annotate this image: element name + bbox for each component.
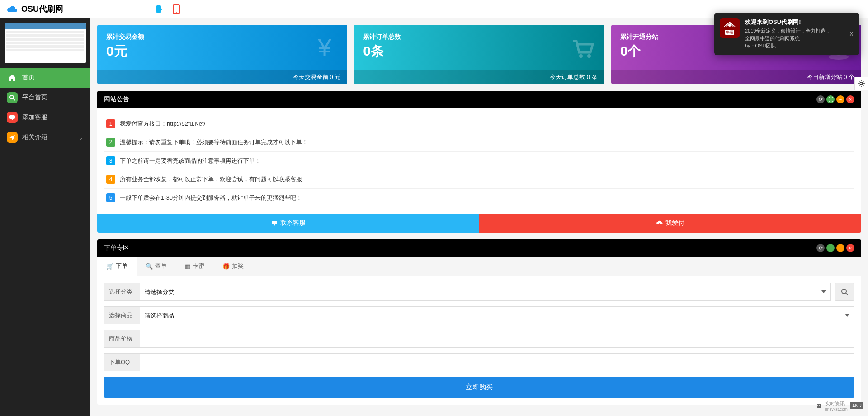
stat-value: 0元 [106, 42, 338, 61]
panel-header: 下单专区 ⟳ ⛶ − × [97, 239, 861, 257]
svg-point-14 [860, 82, 863, 85]
cloud-download-icon [656, 220, 663, 226]
svg-point-1 [176, 12, 177, 13]
qq-input[interactable] [140, 353, 854, 371]
close-icon[interactable]: × [846, 95, 854, 103]
notice-item: 5 一般下单后会在1-30分钟内提交到服务器，就让单子来的更猛烈些吧！ [104, 189, 854, 207]
chevron-down-icon: ⌄ [78, 134, 84, 141]
yen-icon: ¥ [311, 34, 338, 61]
svg-point-7 [587, 54, 591, 58]
pay-button[interactable]: 我爱付 [479, 214, 861, 233]
order-panel: 下单专区 ⟳ ⛶ − × 🛒 下单 🔍 查单 ▦ 卡密 🎁 [97, 239, 861, 405]
svg-point-16 [817, 405, 818, 406]
phone-icon[interactable] [173, 4, 180, 14]
toast-logo-text: 牛逼 [725, 30, 734, 35]
search-icon [841, 288, 848, 295]
app-title: OSU代刷网 [21, 4, 63, 14]
product-label: 选择商品 [104, 306, 140, 324]
nav-label: 首页 [22, 74, 35, 82]
watermark-url: nr.syxst.com [825, 407, 848, 411]
settings-gear-button[interactable] [854, 77, 868, 90]
refresh-icon[interactable]: ⟳ [816, 95, 825, 103]
expand-icon[interactable]: ⛶ [826, 244, 835, 252]
svg-rect-4 [9, 115, 15, 119]
qq-label: 下单QQ [104, 353, 140, 371]
notice-badge: 2 [106, 138, 115, 147]
tab-card[interactable]: ▦ 卡密 [176, 257, 213, 276]
robot-icon [815, 402, 822, 410]
minimize-icon[interactable]: − [836, 95, 844, 103]
tab-order[interactable]: 🛒 下单 [97, 257, 137, 276]
stat-value: 0条 [363, 42, 595, 61]
toast-title: 欢迎来到OSU代刷网! [745, 18, 841, 26]
welcome-toast: 牛逼 欢迎来到OSU代刷网! 2019全新定义，倾情设计，全力打造， 全网最牛逼… [714, 13, 859, 55]
notice-text: 所有业务全部恢复，都可以正常下单，欢迎尝试，有问题可以联系客服 [120, 175, 302, 183]
nav-home[interactable]: 首页 [0, 68, 90, 88]
logo: OSU代刷网 [7, 4, 63, 14]
notice-panel: 网站公告 ⟳ ⛶ − × 1 我爱付官方接口：http://52fu.Net/ … [97, 91, 861, 233]
header-icons [154, 4, 180, 14]
svg-rect-15 [817, 404, 821, 408]
sidebar: 首页 平台首页 添加客服 相关介绍 ⌄ [0, 18, 90, 416]
svg-point-6 [579, 54, 583, 58]
nav-label: 相关介绍 [22, 133, 47, 141]
category-select[interactable]: 请选择分类 [140, 283, 831, 301]
button-label: 联系客服 [280, 219, 306, 227]
category-label: 选择分类 [104, 283, 140, 301]
notice-text: 一般下单后会在1-30分钟内提交到服务器，就让单子来的更猛烈些吧！ [120, 194, 302, 202]
stat-footer: 今日新增分站 0 个 [611, 70, 861, 84]
notice-text: 我爱付官方接口：http://52fu.Net/ [120, 120, 205, 128]
nav-platform[interactable]: 平台首页 [0, 88, 90, 108]
minimize-icon[interactable]: − [836, 244, 844, 252]
notice-badge: 4 [106, 175, 115, 184]
grid-icon: ▦ [185, 263, 190, 270]
nav-service[interactable]: 添加客服 [0, 108, 90, 127]
cart-icon: 🛒 [106, 263, 113, 270]
notice-text: 下单之前请一定要看完该商品的注意事项再进行下单！ [120, 157, 261, 165]
stat-card-orders: 累计订单总数 0条 今天订单总数 0 条 [354, 25, 604, 84]
price-input[interactable] [140, 330, 854, 348]
product-select[interactable]: 请选择商品 [140, 306, 854, 324]
svg-point-11 [842, 289, 846, 294]
gift-icon: 🎁 [222, 263, 230, 270]
svg-line-12 [846, 293, 848, 295]
tab-label: 下单 [116, 262, 127, 270]
svg-point-2 [10, 95, 14, 99]
notice-badge: 5 [106, 193, 115, 202]
cart-icon [568, 34, 595, 61]
contact-service-button[interactable]: 联系客服 [97, 214, 479, 233]
notice-item: 4 所有业务全部恢复，都可以正常下单，欢迎尝试，有问题可以联系客服 [104, 170, 854, 189]
search-icon: 🔍 [146, 263, 153, 270]
toast-close-button[interactable]: X [849, 30, 854, 37]
tab-label: 卡密 [193, 262, 204, 270]
nav-about[interactable]: 相关介绍 ⌄ [0, 127, 90, 147]
panel-title: 网站公告 [104, 95, 129, 103]
price-label: 商品价格 [104, 330, 140, 348]
watermark: 实时资讯 nr.syxst.com ANR [815, 400, 863, 411]
svg-point-13 [728, 24, 731, 27]
chat-icon [7, 112, 18, 123]
buy-button[interactable]: 立即购买 [104, 377, 854, 398]
tab-label: 查单 [155, 262, 167, 270]
close-icon[interactable]: × [846, 244, 854, 252]
sidebar-thumbnail[interactable] [5, 23, 86, 63]
stat-footer: 今天交易金额 0 元 [97, 70, 347, 84]
tab-check[interactable]: 🔍 查单 [137, 257, 176, 276]
stat-card-transactions: 累计交易金额 0元 ¥ 今天交易金额 0 元 [97, 25, 347, 84]
toast-line: by：OSU团队 [745, 42, 841, 50]
expand-icon[interactable]: ⛶ [826, 95, 835, 103]
notice-badge: 3 [106, 156, 115, 165]
gear-icon [857, 79, 865, 88]
watermark-badge: ANR [850, 402, 863, 409]
search-icon [7, 92, 18, 103]
stat-footer: 今天订单总数 0 条 [354, 70, 604, 84]
tab-lottery[interactable]: 🎁 抽奖 [213, 257, 253, 276]
refresh-icon[interactable]: ⟳ [816, 244, 825, 252]
main-content: 累计交易金额 0元 ¥ 今天交易金额 0 元 累计订单总数 0条 今天订单总数 … [90, 18, 868, 416]
search-category-button[interactable] [835, 283, 854, 301]
qq-icon[interactable] [154, 4, 164, 14]
notice-item: 2 温馨提示：请勿重复下单哦！必须要等待前面任务订单完成才可以下单！ [104, 133, 854, 152]
stat-label: 累计交易金额 [106, 33, 338, 41]
cloud-icon [7, 5, 18, 13]
nav-label: 平台首页 [22, 93, 47, 102]
